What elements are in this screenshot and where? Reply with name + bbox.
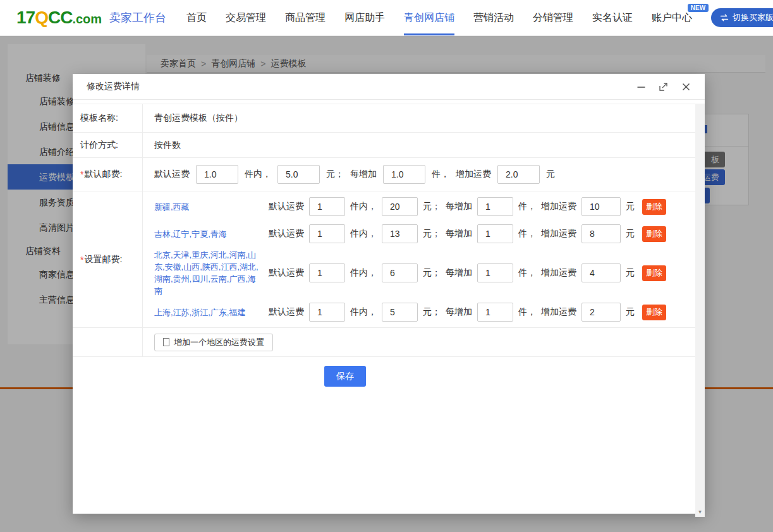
- default-within-count-input[interactable]: [196, 165, 238, 184]
- modal-body: ▾ 模板名称: 青创运费模板（按件） 计价方式: 按件数 * 默认邮: [73, 104, 705, 517]
- logo-part2: CC: [48, 8, 72, 28]
- region-step-count-input[interactable]: [477, 263, 513, 282]
- yuan-semi-word: 元；: [326, 169, 344, 180]
- region-step-count-input[interactable]: [477, 197, 513, 216]
- region-within-count-input[interactable]: [309, 303, 345, 322]
- region-base-fee-input[interactable]: [382, 197, 418, 216]
- add-region-button[interactable]: 增加一个地区的运费设置: [154, 334, 273, 351]
- region-within-count-input[interactable]: [309, 197, 345, 216]
- brand-logo[interactable]: 17QCC.com: [16, 8, 102, 28]
- yuan-word: 元: [626, 306, 635, 318]
- within-word: 件内，: [350, 201, 377, 212]
- yuan-semi-word: 元；: [423, 201, 441, 212]
- nav-item-marketing[interactable]: 营销活动: [473, 0, 514, 35]
- default-base-fee-input[interactable]: [277, 165, 320, 184]
- region-links[interactable]: 新疆,西藏: [154, 201, 264, 213]
- scroll-down-arrow-icon[interactable]: ▾: [695, 509, 705, 515]
- default-fee-label: * 默认邮费:: [73, 158, 142, 191]
- save-button[interactable]: 保存: [324, 366, 366, 387]
- nav-item-trade[interactable]: 交易管理: [226, 0, 266, 35]
- region-within-count-input[interactable]: [309, 263, 345, 282]
- nav-item-qingchuang-shop[interactable]: 青创网店铺: [404, 0, 454, 35]
- add-region-row: 增加一个地区的运费设置: [73, 328, 695, 357]
- region-base-fee-input[interactable]: [382, 224, 418, 243]
- logo-gold-q: Q: [35, 8, 48, 28]
- minimize-icon[interactable]: [636, 82, 646, 92]
- page-root: 17QCC.com 卖家工作台 首页 交易管理 商品管理 网店助手 青创网店铺 …: [0, 0, 773, 532]
- add-fee-word: 增加运费: [541, 228, 576, 239]
- edit-freight-modal: 修改运费详情 ▾: [73, 74, 705, 514]
- template-name-label: 模板名称:: [73, 104, 142, 132]
- region-step-fee-input[interactable]: [581, 197, 621, 216]
- logo-suffix: .com: [72, 12, 102, 27]
- nav-item-goods[interactable]: 商品管理: [285, 0, 326, 35]
- per-add-word: 每增加: [446, 267, 472, 279]
- window-controls: [636, 82, 691, 92]
- default-step-fee-input[interactable]: [497, 165, 540, 184]
- nav-menu: 首页 交易管理 商品管理 网店助手 青创网店铺 营销活动 分销管理 实名认证 账…: [186, 0, 692, 35]
- yuan-semi-word: 元；: [423, 267, 441, 279]
- region-base-fee-input[interactable]: [382, 263, 418, 282]
- maximize-icon[interactable]: [659, 82, 669, 92]
- set-fee-row: * 设置邮费: 新疆,西藏 默认运费 件内， 元； 每增加: [73, 191, 695, 328]
- region-fee-list: 新疆,西藏 默认运费 件内， 元； 每增加 件， 增加运费: [142, 191, 695, 327]
- region-step-fee-input[interactable]: [581, 224, 621, 243]
- nav-item-account[interactable]: 账户中心 NEW: [652, 0, 692, 35]
- page-content: 卖家首页 > 青创网店铺 > 运费模板 店铺装修 店铺装修 店铺信息 店铺介绍 …: [0, 36, 773, 532]
- template-name-value: 青创运费模板（按件）: [142, 104, 695, 132]
- required-mark: *: [80, 255, 83, 265]
- nav-item-distribution[interactable]: 分销管理: [533, 0, 573, 35]
- modal-title: 修改运费详情: [87, 81, 140, 92]
- switch-buyer-button[interactable]: 切换买家版: [711, 8, 773, 27]
- delete-region-button[interactable]: 删除: [642, 265, 666, 281]
- add-region-button-label: 增加一个地区的运费设置: [174, 337, 264, 348]
- yuan-semi-word: 元；: [423, 306, 441, 318]
- region-links[interactable]: 上海,江苏,浙江,广东,福建: [154, 306, 264, 318]
- nav-item-account-label: 账户中心: [652, 11, 692, 25]
- yuan-word: 元: [626, 267, 635, 279]
- base-fee-word: 默认运费: [269, 201, 304, 212]
- pieces-word: 件，: [518, 228, 536, 239]
- region-fee-row: 新疆,西藏 默认运费 件内， 元； 每增加 件， 增加运费: [154, 195, 666, 219]
- nav-item-home[interactable]: 首页: [186, 0, 207, 35]
- region-step-count-input[interactable]: [477, 224, 513, 243]
- delete-region-button[interactable]: 删除: [642, 199, 666, 215]
- base-fee-word: 默认运费: [269, 267, 304, 279]
- modal-scrollbar[interactable]: ▾: [695, 104, 705, 517]
- region-links[interactable]: 北京,天津,重庆,河北,河南,山东,安徽,山西,陕西,江西,湖北,湖南,贵州,四…: [154, 249, 264, 297]
- base-fee-word: 默认运费: [269, 228, 304, 239]
- pieces-word: 件，: [518, 306, 536, 318]
- delete-region-button[interactable]: 删除: [642, 226, 666, 242]
- required-mark: *: [80, 169, 83, 179]
- delete-region-button[interactable]: 删除: [642, 305, 666, 320]
- nav-item-shop-assistant[interactable]: 网店助手: [344, 0, 385, 35]
- yuan-word: 元: [626, 228, 635, 239]
- region-fee-row: 北京,天津,重庆,河北,河南,山东,安徽,山西,陕西,江西,湖北,湖南,贵州,四…: [154, 249, 666, 297]
- region-links[interactable]: 吉林,辽宁,宁夏,青海: [154, 228, 264, 240]
- region-fee-row: 上海,江苏,浙江,广东,福建 默认运费 件内， 元； 每增加 件， 增加运费: [154, 300, 666, 324]
- default-fee-controls: 默认运费 件内， 元； 每增加 件， 增加运费 元: [142, 158, 695, 191]
- default-step-count-input[interactable]: [383, 165, 425, 184]
- region-step-fee-input[interactable]: [581, 303, 621, 322]
- pieces-word: 件，: [432, 169, 449, 180]
- within-word: 件内，: [350, 267, 377, 279]
- nav-item-realname[interactable]: 实名认证: [592, 0, 633, 35]
- per-add-word: 每增加: [446, 228, 472, 239]
- region-base-fee-input[interactable]: [382, 303, 418, 322]
- add-fee-word: 增加运费: [541, 267, 576, 279]
- region-within-count-input[interactable]: [309, 224, 345, 243]
- freight-form: 模板名称: 青创运费模板（按件） 计价方式: 按件数 * 默认邮费: 默认: [73, 104, 695, 357]
- add-fee-word: 增加运费: [541, 306, 576, 318]
- swap-arrows-icon: [720, 14, 729, 21]
- region-step-count-input[interactable]: [477, 303, 513, 322]
- add-placeholder-icon: [163, 338, 169, 346]
- region-step-fee-input[interactable]: [581, 263, 621, 282]
- within-word: 件内，: [350, 228, 377, 239]
- add-fee-word: 增加运费: [541, 201, 576, 212]
- set-fee-label: * 设置邮费:: [73, 191, 142, 327]
- close-icon[interactable]: [681, 82, 691, 92]
- modal-header: 修改运费详情: [73, 74, 705, 100]
- region-fee-row: 吉林,辽宁,宁夏,青海 默认运费 件内， 元； 每增加 件， 增加运费: [154, 222, 666, 246]
- workspace-label: 卖家工作台: [109, 10, 166, 25]
- yuan-semi-word: 元；: [423, 228, 441, 239]
